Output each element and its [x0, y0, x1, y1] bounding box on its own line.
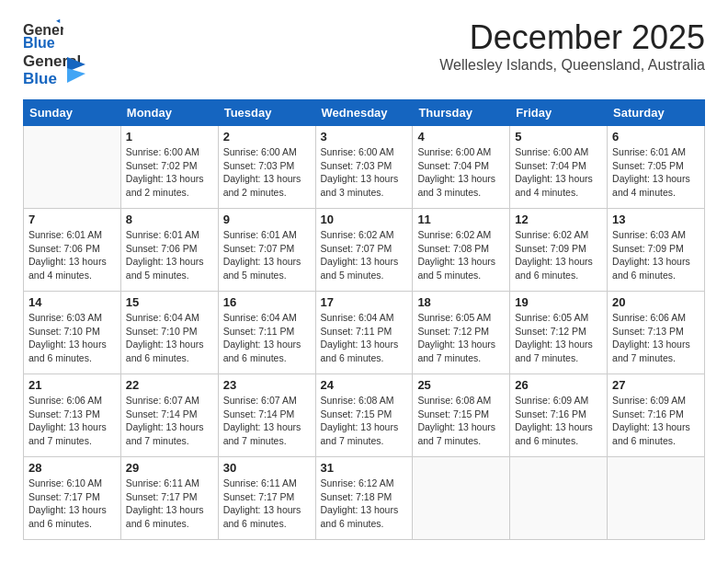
calendar-cell: 18Sunrise: 6:05 AM Sunset: 7:12 PM Dayli… — [413, 292, 510, 374]
title-section: December 2025 Wellesley Islands, Queensl… — [439, 18, 705, 74]
calendar-cell: 24Sunrise: 6:08 AM Sunset: 7:15 PM Dayli… — [315, 374, 413, 457]
calendar-cell: 1Sunrise: 6:00 AM Sunset: 7:02 PM Daylig… — [120, 126, 218, 209]
day-info: Sunrise: 6:11 AM Sunset: 7:17 PM Dayligh… — [223, 477, 311, 531]
day-info: Sunrise: 6:05 AM Sunset: 7:12 PM Dayligh… — [515, 311, 602, 365]
day-info: Sunrise: 6:12 AM Sunset: 7:18 PM Dayligh… — [321, 477, 408, 531]
day-number: 21 — [28, 378, 116, 392]
day-number: 3 — [321, 130, 408, 144]
day-number: 15 — [126, 295, 213, 309]
day-number: 25 — [417, 378, 505, 392]
calendar-cell: 20Sunrise: 6:06 AM Sunset: 7:13 PM Dayli… — [608, 292, 705, 374]
calendar-week-row: 28Sunrise: 6:10 AM Sunset: 7:17 PM Dayli… — [24, 457, 705, 540]
day-header-tuesday: Tuesday — [218, 100, 315, 126]
calendar-cell: 22Sunrise: 6:07 AM Sunset: 7:14 PM Dayli… — [120, 374, 218, 457]
calendar-cell — [413, 457, 510, 540]
day-number: 10 — [321, 213, 408, 226]
calendar-cell: 31Sunrise: 6:12 AM Sunset: 7:18 PM Dayli… — [315, 457, 413, 540]
day-number: 8 — [126, 213, 213, 226]
month-title: December 2025 — [439, 18, 705, 57]
calendar-cell: 25Sunrise: 6:08 AM Sunset: 7:15 PM Dayli… — [413, 374, 510, 457]
calendar-cell: 9Sunrise: 6:01 AM Sunset: 7:07 PM Daylig… — [218, 209, 315, 292]
day-info: Sunrise: 6:05 AM Sunset: 7:12 PM Dayligh… — [417, 311, 505, 365]
calendar-cell: 30Sunrise: 6:11 AM Sunset: 7:17 PM Dayli… — [218, 457, 315, 540]
day-number: 6 — [612, 130, 700, 144]
day-info: Sunrise: 6:09 AM Sunset: 7:16 PM Dayligh… — [612, 394, 700, 448]
calendar-cell: 21Sunrise: 6:06 AM Sunset: 7:13 PM Dayli… — [24, 374, 121, 457]
day-number: 27 — [612, 378, 700, 392]
day-info: Sunrise: 6:06 AM Sunset: 7:13 PM Dayligh… — [612, 311, 700, 365]
day-info: Sunrise: 6:01 AM Sunset: 7:06 PM Dayligh… — [126, 228, 213, 282]
calendar-cell: 29Sunrise: 6:11 AM Sunset: 7:17 PM Dayli… — [120, 457, 218, 540]
calendar-cell: 10Sunrise: 6:02 AM Sunset: 7:07 PM Dayli… — [315, 209, 413, 292]
calendar-cell: 14Sunrise: 6:03 AM Sunset: 7:10 PM Dayli… — [24, 292, 121, 374]
logo-icon: General Blue — [23, 18, 63, 52]
day-number: 18 — [417, 295, 505, 309]
calendar-week-row: 1Sunrise: 6:00 AM Sunset: 7:02 PM Daylig… — [24, 126, 705, 209]
day-number: 29 — [126, 461, 213, 475]
calendar-cell: 28Sunrise: 6:10 AM Sunset: 7:17 PM Dayli… — [24, 457, 121, 540]
calendar-header-row: SundayMondayTuesdayWednesdayThursdayFrid… — [24, 100, 705, 126]
calendar-week-row: 7Sunrise: 6:01 AM Sunset: 7:06 PM Daylig… — [24, 209, 705, 292]
day-info: Sunrise: 6:01 AM Sunset: 7:07 PM Dayligh… — [223, 228, 311, 282]
day-info: Sunrise: 6:01 AM Sunset: 7:05 PM Dayligh… — [612, 145, 700, 200]
location-subtitle: Wellesley Islands, Queensland, Australia — [439, 57, 705, 74]
day-info: Sunrise: 6:11 AM Sunset: 7:17 PM Dayligh… — [126, 477, 213, 531]
day-number: 24 — [321, 378, 408, 392]
day-number: 12 — [515, 213, 602, 226]
day-header-sunday: Sunday — [24, 100, 121, 126]
day-info: Sunrise: 6:03 AM Sunset: 7:09 PM Dayligh… — [612, 228, 700, 282]
calendar-cell: 2Sunrise: 6:00 AM Sunset: 7:03 PM Daylig… — [218, 126, 315, 209]
calendar-cell: 27Sunrise: 6:09 AM Sunset: 7:16 PM Dayli… — [608, 374, 705, 457]
day-info: Sunrise: 6:02 AM Sunset: 7:07 PM Dayligh… — [321, 228, 408, 282]
day-number: 9 — [223, 213, 311, 226]
calendar-week-row: 21Sunrise: 6:06 AM Sunset: 7:13 PM Dayli… — [24, 374, 705, 457]
calendar-cell: 3Sunrise: 6:00 AM Sunset: 7:03 PM Daylig… — [315, 126, 413, 209]
calendar-cell: 16Sunrise: 6:04 AM Sunset: 7:11 PM Dayli… — [218, 292, 315, 374]
day-header-saturday: Saturday — [608, 100, 705, 126]
calendar-cell: 13Sunrise: 6:03 AM Sunset: 7:09 PM Dayli… — [608, 209, 705, 292]
calendar-cell: 17Sunrise: 6:04 AM Sunset: 7:11 PM Dayli… — [315, 292, 413, 374]
calendar-cell — [608, 457, 705, 540]
day-info: Sunrise: 6:07 AM Sunset: 7:14 PM Dayligh… — [126, 394, 213, 448]
day-number: 7 — [28, 213, 116, 226]
day-info: Sunrise: 6:01 AM Sunset: 7:06 PM Dayligh… — [28, 228, 116, 282]
day-number: 2 — [223, 130, 311, 144]
day-info: Sunrise: 6:00 AM Sunset: 7:02 PM Dayligh… — [126, 145, 213, 200]
day-header-friday: Friday — [510, 100, 608, 126]
day-number: 26 — [515, 378, 602, 392]
day-number: 11 — [417, 213, 505, 226]
day-number: 23 — [223, 378, 311, 392]
day-info: Sunrise: 6:02 AM Sunset: 7:09 PM Dayligh… — [515, 228, 602, 282]
calendar-cell — [510, 457, 608, 540]
calendar-cell: 4Sunrise: 6:00 AM Sunset: 7:04 PM Daylig… — [413, 126, 510, 209]
svg-text:Blue: Blue — [23, 35, 55, 51]
calendar-table: SundayMondayTuesdayWednesdayThursdayFrid… — [23, 99, 705, 540]
day-info: Sunrise: 6:09 AM Sunset: 7:16 PM Dayligh… — [515, 394, 602, 448]
day-info: Sunrise: 6:00 AM Sunset: 7:04 PM Dayligh… — [417, 145, 505, 200]
day-header-thursday: Thursday — [413, 100, 510, 126]
calendar-cell: 19Sunrise: 6:05 AM Sunset: 7:12 PM Dayli… — [510, 292, 608, 374]
calendar-week-row: 14Sunrise: 6:03 AM Sunset: 7:10 PM Dayli… — [24, 292, 705, 374]
day-number: 31 — [321, 461, 408, 475]
calendar-cell: 15Sunrise: 6:04 AM Sunset: 7:10 PM Dayli… — [120, 292, 218, 374]
day-header-wednesday: Wednesday — [315, 100, 413, 126]
calendar-cell: 8Sunrise: 6:01 AM Sunset: 7:06 PM Daylig… — [120, 209, 218, 292]
day-number: 13 — [612, 213, 700, 226]
day-info: Sunrise: 6:03 AM Sunset: 7:10 PM Dayligh… — [28, 311, 116, 365]
calendar-cell: 5Sunrise: 6:00 AM Sunset: 7:04 PM Daylig… — [510, 126, 608, 209]
calendar-cell: 6Sunrise: 6:01 AM Sunset: 7:05 PM Daylig… — [608, 126, 705, 209]
calendar-cell: 11Sunrise: 6:02 AM Sunset: 7:08 PM Dayli… — [413, 209, 510, 292]
day-info: Sunrise: 6:00 AM Sunset: 7:03 PM Dayligh… — [321, 145, 408, 200]
day-info: Sunrise: 6:02 AM Sunset: 7:08 PM Dayligh… — [417, 228, 505, 282]
day-info: Sunrise: 6:07 AM Sunset: 7:14 PM Dayligh… — [223, 394, 311, 448]
day-info: Sunrise: 6:06 AM Sunset: 7:13 PM Dayligh… — [28, 394, 116, 448]
day-number: 19 — [515, 295, 602, 309]
day-info: Sunrise: 6:00 AM Sunset: 7:04 PM Dayligh… — [515, 145, 602, 200]
day-number: 1 — [126, 130, 213, 144]
day-number: 4 — [417, 130, 505, 144]
calendar-cell: 12Sunrise: 6:02 AM Sunset: 7:09 PM Dayli… — [510, 209, 608, 292]
day-number: 14 — [28, 295, 116, 309]
day-info: Sunrise: 6:04 AM Sunset: 7:10 PM Dayligh… — [126, 311, 213, 365]
day-header-monday: Monday — [120, 100, 218, 126]
calendar-cell: 23Sunrise: 6:07 AM Sunset: 7:14 PM Dayli… — [218, 374, 315, 457]
